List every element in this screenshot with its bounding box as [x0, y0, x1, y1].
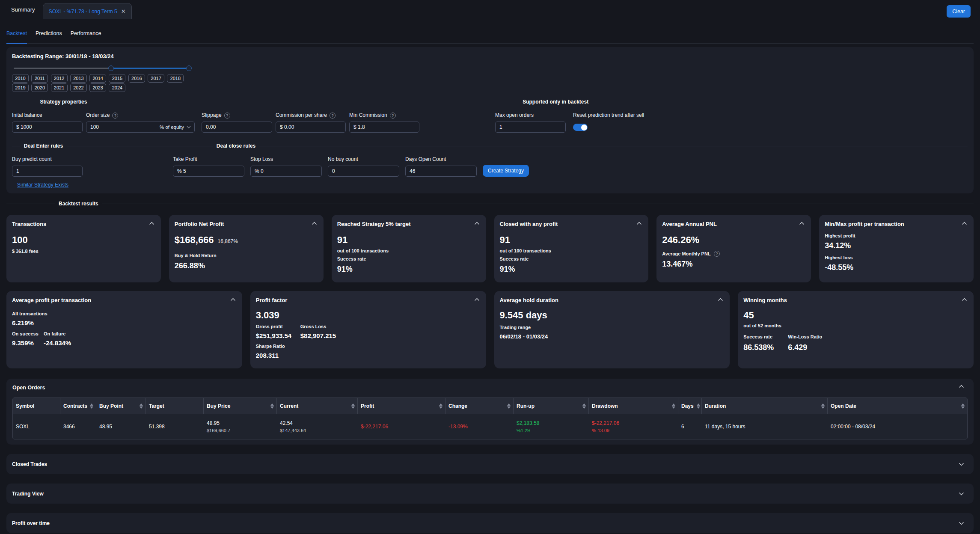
max-open-orders-input[interactable]	[495, 122, 566, 133]
year-button-2016[interactable]: 2016	[128, 74, 145, 83]
year-button-2014[interactable]: 2014	[89, 74, 106, 83]
year-button-2017[interactable]: 2017	[148, 74, 164, 83]
chevron-up-icon[interactable]	[636, 221, 643, 226]
chevron-down-icon[interactable]	[958, 491, 965, 496]
take-profit-input[interactable]	[173, 166, 244, 177]
help-icon: ?	[224, 113, 230, 119]
year-button-2024[interactable]: 2024	[109, 83, 125, 92]
sort-icon[interactable]	[270, 403, 274, 409]
table-row[interactable]: SOXL 3466 48.95 51.398 48.95 $169,660.7 …	[12, 414, 968, 439]
days-open-count-input[interactable]	[405, 166, 477, 177]
col-buy-price[interactable]: Buy Price	[204, 398, 277, 414]
tab-backtest[interactable]: Backtest	[6, 30, 27, 44]
col-duration[interactable]: Duration	[702, 398, 828, 414]
col-days[interactable]: Days	[678, 398, 702, 414]
initial-balance-input[interactable]	[12, 122, 83, 133]
tab-active-strategy[interactable]: SOXL - %71.78 - Long Term 5 ✕	[43, 3, 132, 19]
sort-icon[interactable]	[351, 403, 355, 409]
tab-summary[interactable]: Summary	[6, 6, 40, 19]
col-profit[interactable]: Profit	[358, 398, 445, 414]
chevron-up-icon[interactable]	[961, 221, 968, 226]
buy-predict-count-input[interactable]	[12, 166, 83, 177]
year-button-2018[interactable]: 2018	[167, 74, 184, 83]
col-target[interactable]: Target	[146, 398, 204, 414]
card-title: Transactions	[12, 221, 46, 228]
chevron-up-icon[interactable]	[717, 297, 724, 302]
cell-run-up: $2,183.58 %1.29	[514, 414, 589, 439]
sort-icon[interactable]	[140, 403, 143, 409]
year-button-2022[interactable]: 2022	[70, 83, 87, 92]
order-size-input[interactable]	[86, 122, 156, 133]
tab-performance[interactable]: Performance	[71, 30, 101, 43]
take-profit-label: Take Profit	[173, 156, 244, 163]
chevron-up-icon[interactable]	[958, 384, 965, 389]
chevron-down-icon[interactable]	[958, 521, 965, 526]
commission-input[interactable]	[276, 122, 346, 133]
closed-trades-section[interactable]: Closed Trades	[6, 454, 974, 474]
year-button-2015[interactable]: 2015	[109, 74, 125, 83]
chevron-up-icon[interactable]	[229, 297, 237, 302]
clear-button[interactable]: Clear	[947, 5, 971, 18]
sort-icon[interactable]	[672, 403, 675, 409]
card-title: Profit factor	[256, 297, 288, 304]
year-button-2020[interactable]: 2020	[31, 83, 48, 92]
col-symbol[interactable]: Symbol	[12, 398, 60, 414]
card-winning-months: Winning months 45 out of 52 months Succe…	[738, 291, 974, 368]
col-contracts[interactable]: Contracts	[60, 398, 96, 414]
net-profit-value: $168,666	[175, 234, 214, 245]
sharpe-value: 208.311	[256, 352, 481, 359]
col-buy-point[interactable]: Buy Point	[96, 398, 146, 414]
col-open-date[interactable]: Open Date	[828, 398, 968, 414]
cell-days: 6	[678, 414, 702, 439]
backtesting-range-slider[interactable]	[14, 65, 189, 71]
open-orders-title: Open Orders	[12, 384, 968, 391]
chevron-up-icon[interactable]	[473, 297, 481, 302]
sort-icon[interactable]	[961, 403, 965, 409]
col-drawdown[interactable]: Drawdown	[589, 398, 678, 414]
year-button-2023[interactable]: 2023	[89, 83, 106, 92]
chevron-up-icon[interactable]	[961, 297, 968, 302]
year-button-2021[interactable]: 2021	[51, 83, 68, 92]
tab-predictions[interactable]: Predictions	[36, 30, 62, 43]
profit-over-time-section[interactable]: Profit over time	[6, 513, 974, 533]
trading-view-section[interactable]: Trading View	[6, 484, 974, 504]
sort-icon[interactable]	[90, 403, 93, 409]
col-current[interactable]: Current	[277, 398, 358, 414]
sort-icon[interactable]	[582, 403, 586, 409]
col-change[interactable]: Change	[445, 398, 514, 414]
sort-icon[interactable]	[697, 403, 700, 409]
reset-trend-toggle[interactable]	[573, 124, 588, 131]
year-button-2012[interactable]: 2012	[51, 74, 68, 83]
field-commission: Commission per share?	[276, 112, 346, 133]
sort-icon[interactable]	[821, 403, 825, 409]
year-button-2010[interactable]: 2010	[12, 74, 29, 83]
success-rate-value: 86.538%	[743, 343, 788, 352]
close-tab-icon[interactable]: ✕	[121, 9, 126, 14]
year-button-2019[interactable]: 2019	[12, 83, 29, 92]
field-buy-predict-count: Buy predict count	[12, 156, 83, 177]
year-buttons-row2: 2019 2020 2021 2022 2023 2024	[12, 83, 968, 92]
chevron-up-icon[interactable]	[148, 221, 155, 226]
order-size-unit-select[interactable]: % of equity	[156, 122, 195, 133]
slider-thumb-start[interactable]	[108, 65, 114, 71]
no-buy-count-input[interactable]	[328, 166, 399, 177]
chevron-up-icon[interactable]	[311, 221, 318, 226]
slippage-input[interactable]	[202, 122, 272, 133]
chevron-up-icon[interactable]	[473, 221, 481, 226]
sort-icon[interactable]	[439, 403, 442, 409]
card-closed-with-profit: Closed with any profit 91 out of 100 tra…	[494, 215, 649, 282]
buy-predict-count-label: Buy predict count	[12, 156, 83, 163]
stop-loss-input[interactable]	[250, 166, 322, 177]
min-commission-input[interactable]	[349, 122, 419, 133]
gross-loss-value: $82,907.215	[300, 332, 336, 340]
year-button-2013[interactable]: 2013	[70, 74, 87, 83]
create-strategy-button[interactable]: Create Strategy	[483, 165, 529, 177]
chevron-up-icon[interactable]	[798, 221, 805, 226]
col-run-up[interactable]: Run-up	[514, 398, 589, 414]
chevron-down-icon[interactable]	[958, 462, 965, 467]
slider-thumb-end[interactable]	[186, 65, 192, 71]
year-button-2011[interactable]: 2011	[31, 74, 48, 83]
reached-target-of: out of 100 transactions	[337, 248, 481, 254]
similar-strategy-link[interactable]: Similar Strategy Exists	[17, 182, 68, 188]
sort-icon[interactable]	[507, 403, 511, 409]
